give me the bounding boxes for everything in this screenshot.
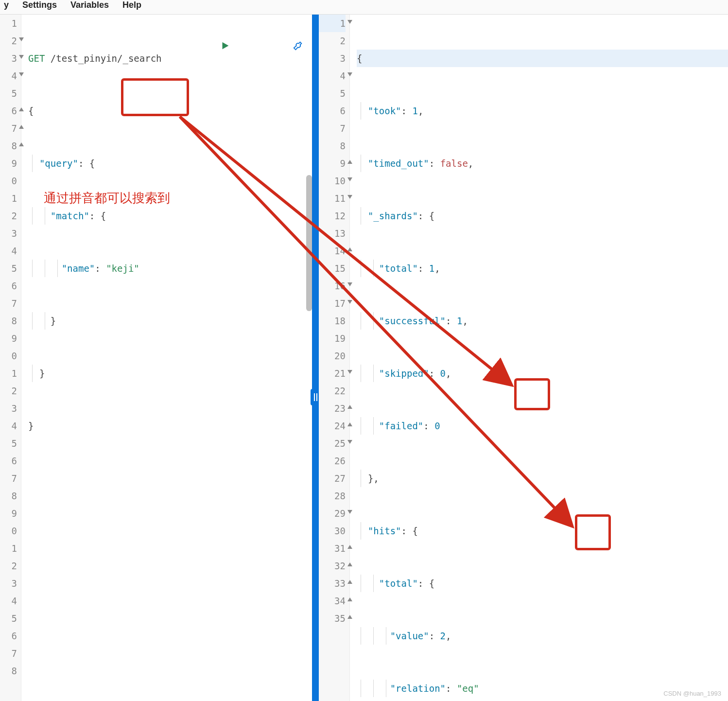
response-code[interactable]: { "took": 1, "timed_out": false, "_shard… xyxy=(350,15,728,701)
line-number: 7 xyxy=(0,120,17,137)
line-number: 0 xyxy=(0,522,17,540)
line-number: 7 xyxy=(0,470,17,487)
line-number: 28 xyxy=(319,487,346,505)
request-code[interactable]: GET /test_pinyin/_search { "query": { "m… xyxy=(21,15,312,701)
request-path: /test_pinyin/_search xyxy=(51,53,162,64)
line-number: 6 xyxy=(319,102,346,120)
line-number: 1 xyxy=(0,540,17,557)
line-number: 30 xyxy=(319,522,346,540)
menu-item-y[interactable]: y xyxy=(4,0,9,10)
line-number: 14 xyxy=(319,242,346,260)
line-number: 2 xyxy=(0,32,17,50)
line-number: 33 xyxy=(319,575,346,592)
annotation-text: 通过拼音都可以搜索到 xyxy=(44,190,170,207)
menu-item-settings[interactable]: Settings xyxy=(22,0,57,10)
gutter-right: 1 2 3 4 5 6 7 8 9 10 11 12 13 14 15 16 1… xyxy=(319,15,350,701)
line-number: 6 xyxy=(0,102,17,120)
line-number: 7 xyxy=(0,645,17,662)
line-number: 31 xyxy=(319,540,346,557)
line-number: 20 xyxy=(319,347,346,365)
line-number: 5 xyxy=(319,85,346,102)
line-number: 18 xyxy=(319,312,346,330)
menu-item-variables[interactable]: Variables xyxy=(70,0,109,10)
line-number: 5 xyxy=(0,260,17,277)
line-number: 1 xyxy=(0,365,17,382)
line-number: 13 xyxy=(319,225,346,242)
line-number: 6 xyxy=(0,452,17,470)
line-number: 2 xyxy=(0,207,17,225)
line-number: 9 xyxy=(0,330,17,347)
pane-divider[interactable] xyxy=(312,15,319,701)
line-number: 34 xyxy=(319,592,346,610)
line-number: 35 xyxy=(319,610,346,627)
line-number: 21 xyxy=(319,365,346,382)
request-pane: 1 2 3 4 5 6 7 8 9 0 1 2 3 4 5 6 7 8 9 0 … xyxy=(0,15,312,701)
line-number: 1 xyxy=(0,190,17,207)
line-number: 8 xyxy=(0,312,17,330)
editor-container: 1 2 3 4 5 6 7 8 9 0 1 2 3 4 5 6 7 8 9 0 … xyxy=(0,15,728,701)
line-number: 7 xyxy=(319,120,346,137)
line-number: 8 xyxy=(0,662,17,680)
play-icon[interactable] xyxy=(164,21,230,74)
line-number: 4 xyxy=(319,67,346,85)
line-number: 0 xyxy=(0,172,17,190)
http-method: GET xyxy=(28,53,45,64)
response-pane: 1 2 3 4 5 6 7 8 9 10 11 12 13 14 15 16 1… xyxy=(319,15,728,701)
scrollbar-vertical[interactable] xyxy=(306,175,312,311)
line-number: 17 xyxy=(319,295,346,312)
line-number: 10 xyxy=(319,172,346,190)
line-number: 16 xyxy=(319,277,346,295)
line-number: 6 xyxy=(0,627,17,645)
line-number: 6 xyxy=(0,277,17,295)
line-number: 4 xyxy=(0,417,17,435)
line-number: 12 xyxy=(319,207,346,225)
line-number: 4 xyxy=(0,592,17,610)
line-number: 8 xyxy=(0,487,17,505)
line-number: 32 xyxy=(319,557,346,575)
line-number: 24 xyxy=(319,417,346,435)
watermark: CSDN @huan_1993 xyxy=(663,690,721,697)
line-number: 22 xyxy=(319,382,346,400)
line-number: 2 xyxy=(0,557,17,575)
wrench-icon[interactable] xyxy=(237,21,303,74)
line-number: 7 xyxy=(0,295,17,312)
line-number: 11 xyxy=(319,190,346,207)
menu-bar: y Settings Variables Help xyxy=(0,0,728,15)
line-number: 15 xyxy=(319,260,346,277)
line-number: 9 xyxy=(0,505,17,522)
line-number: 3 xyxy=(0,400,17,417)
menu-item-help[interactable]: Help xyxy=(122,0,141,10)
line-number: 1 xyxy=(0,15,17,32)
line-number: 27 xyxy=(319,470,346,487)
line-number: 23 xyxy=(319,400,346,417)
line-number: 26 xyxy=(319,452,346,470)
gutter-left: 1 2 3 4 5 6 7 8 9 0 1 2 3 4 5 6 7 8 9 0 … xyxy=(0,15,21,701)
line-number: 3 xyxy=(0,225,17,242)
line-number: 4 xyxy=(0,67,17,85)
line-number: 19 xyxy=(319,330,346,347)
line-number: 1 xyxy=(319,15,346,32)
line-number: 5 xyxy=(0,85,17,102)
line-number: 0 xyxy=(0,347,17,365)
line-number: 3 xyxy=(319,50,346,67)
line-number: 29 xyxy=(319,505,346,522)
line-number: 9 xyxy=(0,155,17,172)
line-number: 2 xyxy=(0,382,17,400)
line-number: 25 xyxy=(319,435,346,452)
line-number: 2 xyxy=(319,32,346,50)
line-number: 8 xyxy=(0,137,17,155)
line-number: 5 xyxy=(0,610,17,627)
line-number: 3 xyxy=(0,575,17,592)
line-number: 9 xyxy=(319,155,346,172)
line-number: 8 xyxy=(319,137,346,155)
line-number: 3 xyxy=(0,50,17,67)
line-number: 5 xyxy=(0,435,17,452)
line-number: 4 xyxy=(0,242,17,260)
